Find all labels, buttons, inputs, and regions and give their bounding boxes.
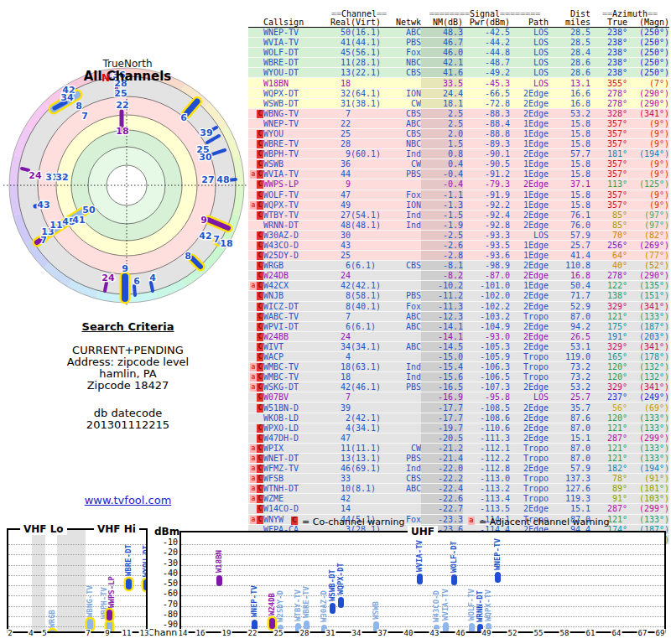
db-datecode-label: db datecode [25, 408, 231, 419]
signal-bar-label: W18BN [215, 550, 223, 573]
group-header-signal: ========Signal======== [421, 10, 549, 18]
azimuth-true: 56° [590, 402, 627, 413]
co-channel-warning-icon: C [257, 404, 263, 413]
azimuth-magnetic: (135°) [627, 281, 669, 291]
dbm-tick: -90 [153, 620, 178, 629]
network: Fox [389, 48, 421, 58]
azimuth-true: 357° [590, 139, 627, 149]
radar-channel-label: 50 [82, 205, 96, 216]
distance-miles: 28.5 [549, 38, 590, 48]
co-channel-warning-icon: C [257, 475, 263, 483]
virtual-channel: (6.1) [351, 321, 389, 331]
warning-cell: C [248, 261, 263, 271]
azimuth-magnetic: (133°) [627, 453, 669, 463]
real-channel: 41 [329, 38, 351, 48]
warning-cell: aC [248, 464, 263, 474]
network: ABC [389, 118, 421, 128]
power-dbm: -112.1 [463, 443, 510, 453]
noise-margin: -1.5 [421, 210, 463, 220]
adjacent-channel-warning-icon: a [250, 170, 257, 179]
signal-bar-label: WSWB-DT [328, 569, 336, 601]
table-row: CWBPH-TV9(60.1)Ind0.8-90.12Edge57.7181°(… [248, 149, 669, 159]
co-channel-warning-icon: C [257, 262, 263, 270]
callsign: WQPX-TV [263, 200, 329, 210]
azimuth-true: 278° [590, 88, 627, 98]
network: ABC [389, 28, 421, 38]
network: Ind [389, 220, 421, 230]
real-channel: 18 [329, 362, 351, 372]
noise-margin: -15.0 [421, 352, 463, 362]
callsign: WRNN-DT [263, 220, 329, 230]
network [389, 271, 421, 281]
distance-miles: 13.1 [549, 78, 590, 88]
signal-bar-label: WWPS-LP [107, 576, 116, 608]
radar-channel-label: 39 [200, 127, 212, 138]
distance-miles: 15.8 [549, 159, 590, 169]
warning-cell: aC [248, 169, 263, 179]
radar-channel-label: 24 [29, 170, 42, 181]
azimuth-true: 121° [590, 453, 627, 463]
distance-miles: 57.9 [549, 230, 590, 240]
noise-margin: -16.9 [421, 392, 463, 402]
path: 2Edge [510, 504, 549, 514]
radar-channel-label: 6 [180, 112, 187, 123]
power-dbm: -113.2 [463, 484, 510, 494]
azimuth-magnetic: (194°) [627, 149, 669, 159]
real-channel: 33 [329, 474, 351, 484]
real-channel: 31 [329, 98, 351, 108]
network: CBS [389, 474, 421, 484]
channel-tick: 43 [429, 629, 440, 637]
table-row: CW47DH-D47-20.5-111.32Edge15.1287°(299°) [248, 433, 669, 443]
channel-tick: 31 [325, 629, 336, 637]
virtual-channel [351, 159, 389, 169]
virtual-channel [351, 128, 389, 138]
table-row: WNEP-TV50(16.1)ABC48.3-42.5LOS28.5238°(2… [248, 28, 669, 38]
power-dbm: -88.8 [463, 128, 510, 138]
virtual-channel: (38.1) [351, 98, 389, 108]
distance-miles: 15.1 [549, 504, 590, 514]
real-channel: 45 [329, 48, 351, 58]
warning-cell: C [248, 230, 263, 240]
azimuth-magnetic: (151°) [627, 291, 669, 301]
path: 2Edge [510, 98, 549, 108]
vhf-lo-band-label: VHF Lo [20, 523, 67, 535]
warning-cell: C [248, 240, 263, 250]
table-row: WSWB-DT31(38.1)CW18.1-72.82Edge16.8278°(… [248, 98, 669, 108]
azimuth-true: 113° [590, 179, 627, 190]
group-header-azimuth: ==Azimuth== [590, 10, 669, 18]
table-row: WBRE-DT11(28.1)NBC42.1-48.7LOS28.6238°(2… [248, 58, 669, 68]
azimuth-true: 78° [590, 474, 627, 484]
path: 2Edge [510, 464, 549, 474]
distance-miles: 16.8 [549, 98, 590, 108]
network: NBC [389, 139, 421, 149]
power-dbm: -113.0 [463, 474, 510, 484]
real-channel: 43 [329, 240, 351, 250]
network [389, 240, 421, 250]
radar-channel-label: 41 [72, 215, 85, 226]
vhf-hi-band-label: VHF Hi [94, 523, 139, 535]
network [389, 78, 421, 88]
distance-miles: 15.8 [549, 128, 590, 138]
callsign: WMBC-TV [263, 372, 329, 382]
path: 2Edge [510, 291, 549, 301]
column-header: (Magn) [627, 18, 669, 28]
azimuth-magnetic: (133°) [627, 443, 669, 453]
signal-bar [126, 579, 132, 589]
callsign: WRGB [263, 261, 329, 271]
power-dbm: -79.3 [463, 179, 510, 190]
virtual-channel [351, 271, 389, 281]
distance-miles: 110.8 [549, 261, 590, 271]
noise-margin: -21.2 [421, 443, 463, 453]
noise-margin: -22.6 [421, 494, 463, 504]
path: Tropo [510, 443, 549, 453]
azimuth-magnetic: (133°) [627, 413, 669, 423]
noise-margin: 46.7 [421, 38, 463, 48]
signal-bar-label: WNEP-TV [493, 538, 502, 570]
radar-channel-label: 9 [200, 215, 207, 226]
virtual-channel [351, 118, 389, 128]
virtual-channel: (69.1) [351, 464, 389, 474]
noise-margin: -19.7 [421, 423, 463, 433]
co-channel-warning-icon: C [257, 333, 263, 341]
table-row: CWBNG-TV7CBS2.5-88.32Edge53.2328°(341°) [248, 108, 669, 118]
tvfool-link[interactable]: www.tvfool.com [85, 494, 172, 506]
